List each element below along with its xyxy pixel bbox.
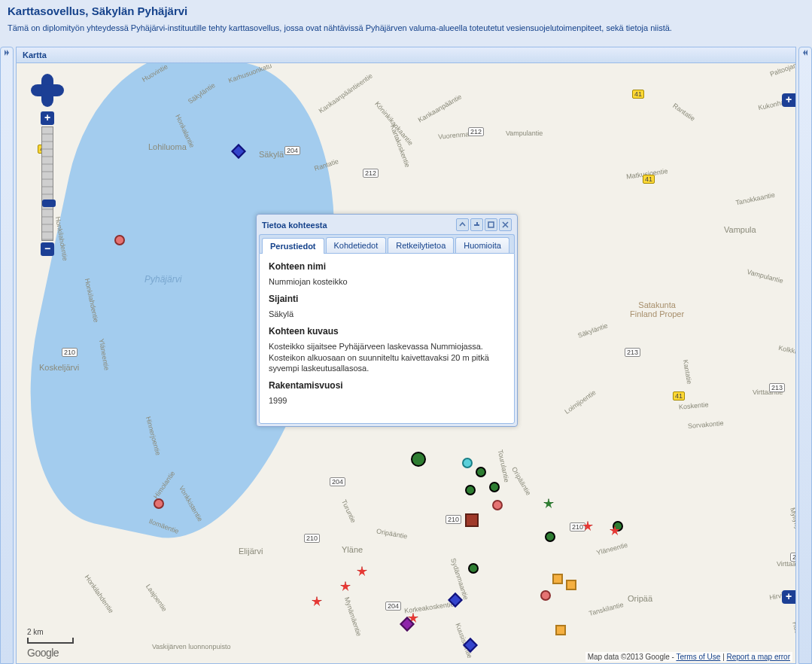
road-label: Kolkkistentie <box>778 344 795 359</box>
map-marker[interactable] <box>543 498 554 509</box>
road-shield: 212 <box>363 169 379 178</box>
map-marker[interactable] <box>462 458 473 468</box>
road-label: Huovintie <box>791 621 795 650</box>
expand-left-panel[interactable] <box>0 47 14 664</box>
place-label: Elijärvi <box>239 547 263 556</box>
app-title: Karttasovellus, Säkylän Pyhäjärvi <box>8 5 804 17</box>
road-label: Rantatie <box>671 102 696 122</box>
map-marker[interactable] <box>492 500 503 510</box>
road-shield: 210 <box>570 522 585 532</box>
feature-info-popup[interactable]: Tietoa kohteesta Perustiedot Kohdetiedot… <box>256 214 518 427</box>
map-marker[interactable] <box>357 566 367 577</box>
tab-retkeilytietoa[interactable]: Retkeilytietoa <box>388 237 454 253</box>
place-label: Säkylä <box>259 150 284 159</box>
map-marker[interactable] <box>545 532 555 542</box>
pan-rose <box>31 74 64 107</box>
map-marker[interactable] <box>540 590 551 601</box>
map-marker[interactable] <box>465 485 476 495</box>
scale-label: 2 km <box>27 628 74 636</box>
zoom-in-button[interactable]: + <box>41 111 54 125</box>
map-attribution: Map data ©2013 Google - Terms of Use | R… <box>585 652 792 662</box>
place-label: Oripää <box>628 594 652 603</box>
scale-bar: 2 km <box>27 628 74 644</box>
road-label: Turuntie <box>340 498 357 524</box>
map-marker[interactable] <box>566 580 576 590</box>
road-shield: 204 <box>385 602 401 611</box>
map-marker[interactable] <box>154 498 164 509</box>
popup-collapse-button[interactable] <box>456 218 469 231</box>
region-label: Satakunta Finland Proper <box>630 300 684 318</box>
section-heading: Kohteen nimi <box>269 261 505 272</box>
place-label: Vampula <box>724 225 756 234</box>
road-shield: 204 <box>330 477 345 486</box>
svg-rect-1 <box>476 222 478 224</box>
road-shield: 212 <box>468 127 484 136</box>
chevron-right-icon <box>3 49 11 663</box>
popup-pin-button[interactable] <box>470 218 483 231</box>
popup-tab-body: Kohteen nimi Nummiojan kosteikko Sijaint… <box>259 253 515 424</box>
road-label: Kantatie <box>682 359 694 385</box>
road-shield: 210 <box>62 348 78 357</box>
road-shield: 213 <box>625 348 640 357</box>
road-label: Korkeakoskentie <box>404 600 455 614</box>
map-marker[interactable] <box>489 482 500 492</box>
road-shield: 210 <box>304 534 320 543</box>
section-text: Nummiojan kosteikko <box>269 276 505 288</box>
lake-label: Pyhäjärvi <box>144 274 181 285</box>
road-label: Kankaanpääntieentie <box>318 72 374 115</box>
panel-title: Kartta <box>17 47 795 63</box>
zoom-slider-track[interactable] <box>41 126 53 241</box>
chevron-left-icon <box>801 49 809 663</box>
map-marker[interactable] <box>114 235 125 245</box>
zoom-out-button[interactable]: − <box>41 242 54 256</box>
road-shield: 204 <box>284 146 300 155</box>
map-type-toggle-top[interactable]: + <box>782 93 795 107</box>
popup-tab-strip: Perustiedot Kohdetiedot Retkeilytietoa H… <box>259 234 515 253</box>
road-label: Koskentie <box>679 401 709 410</box>
road-label: Vampulantie <box>506 129 543 137</box>
popup-close-button[interactable] <box>499 218 512 231</box>
map-marker[interactable] <box>340 581 351 592</box>
road-shield: 210 <box>446 515 461 524</box>
map-marker[interactable] <box>465 513 479 527</box>
map-marker[interactable] <box>555 625 566 635</box>
pan-center-button[interactable] <box>41 84 53 96</box>
road-label: Tourulantie <box>497 449 511 483</box>
map-marker[interactable] <box>552 574 563 584</box>
road-shield: 213 <box>769 383 785 392</box>
popup-title: Tietoa kohteesta <box>262 221 456 230</box>
map-marker[interactable] <box>476 467 486 477</box>
road-shield: 41 <box>632 90 644 99</box>
expand-right-panel[interactable] <box>798 47 812 664</box>
map-nav-control: + − <box>30 74 65 256</box>
report-error-link[interactable]: Report a map error <box>727 653 790 661</box>
map-canvas[interactable]: Pyhäjärvi Satakunta Finland Proper Säkyl… <box>17 63 795 663</box>
svg-rect-0 <box>474 224 479 226</box>
map-marker[interactable] <box>312 596 322 607</box>
terms-link[interactable]: Terms of Use <box>676 653 720 661</box>
section-text: Kosteikko sijaitsee Pyhäjärveen laskevas… <box>269 341 505 375</box>
map-type-toggle-bottom[interactable]: + <box>782 590 795 604</box>
road-shield: 41 <box>643 175 655 184</box>
road-label: Yläneentie <box>595 541 628 557</box>
road-label: Oripääntie <box>510 466 532 497</box>
road-shield: 41 <box>673 391 685 401</box>
road-label: Säkyläntie <box>577 321 609 340</box>
road-label: Vaskijärven luonnonpuisto <box>152 643 230 650</box>
section-heading: Sijainti <box>269 294 505 304</box>
tab-kohdetiedot[interactable]: Kohdetiedot <box>326 237 387 253</box>
tab-huomioita[interactable]: Huomioita <box>455 237 509 253</box>
road-label: Oripääntie <box>376 527 408 540</box>
tab-perustiedot[interactable]: Perustiedot <box>262 238 324 254</box>
road-label: Paltoojantie <box>769 63 795 78</box>
section-text: 1999 <box>269 395 505 407</box>
map-panel: Kartta Pyhäjärvi Satakunta Finland Prope… <box>16 47 796 664</box>
map-marker[interactable] <box>468 563 479 574</box>
place-label: Yläne <box>342 545 363 554</box>
road-label: Sorvakontie <box>688 419 724 430</box>
section-heading: Kohteen kuvaus <box>269 326 505 337</box>
road-label: Honkilahdentie <box>84 574 115 615</box>
popup-maximize-button[interactable] <box>485 218 497 231</box>
zoom-slider-handle[interactable] <box>42 200 56 207</box>
map-marker[interactable] <box>411 452 426 467</box>
